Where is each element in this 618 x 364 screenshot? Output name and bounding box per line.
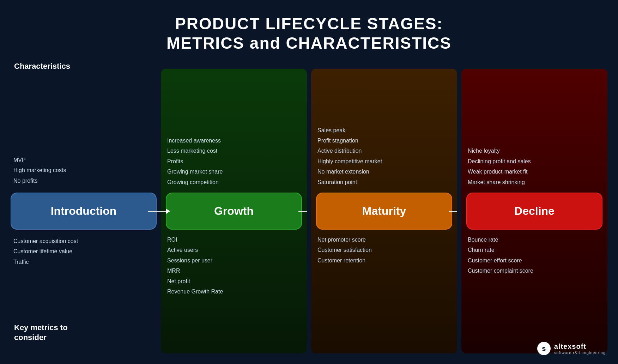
metric-item: Customer complaint score bbox=[468, 267, 601, 275]
metric-item: Active users bbox=[167, 246, 301, 254]
decline-metrics-area: Bounce rate Churn rate Customer effort s… bbox=[461, 230, 607, 353]
stage-box-decline: Decline bbox=[466, 193, 602, 230]
char-item: MVP bbox=[13, 156, 157, 164]
arrow-maturity-decline bbox=[449, 208, 457, 214]
metric-item: ROI bbox=[167, 236, 301, 244]
logo-name: altexsoft bbox=[554, 342, 606, 351]
char-item: Highly competitive market bbox=[317, 158, 451, 165]
char-item: Profit stagnation bbox=[317, 137, 451, 145]
char-item: No profits bbox=[13, 177, 157, 185]
stage-label-maturity: Maturity bbox=[362, 205, 406, 218]
metric-item: Net profit bbox=[167, 278, 301, 285]
char-item: Market share shrinking bbox=[468, 178, 601, 186]
logo-text: altexsoft software r&d engineering bbox=[554, 342, 606, 355]
char-item: No market extension bbox=[317, 168, 451, 176]
intro-char-area: MVP High marketing costs No profits bbox=[11, 69, 157, 193]
maturity-metrics-area: Net promoter score Customer satisfaction… bbox=[311, 230, 457, 353]
metric-item: MRR bbox=[167, 267, 301, 275]
title-section: PRODUCT LIFECYCLE STAGES: METRICS and CH… bbox=[0, 0, 618, 60]
growth-char-area: Increased awareness Less marketing cost … bbox=[161, 69, 307, 193]
arrow-introduction-growth bbox=[148, 208, 170, 214]
stage-box-maturity: Maturity bbox=[316, 193, 452, 230]
metric-item: Customer satisfaction bbox=[317, 246, 451, 254]
stage-column-growth: Increased awareness Less marketing cost … bbox=[161, 69, 307, 353]
char-item: Profits bbox=[167, 158, 301, 165]
stage-label-introduction: Introduction bbox=[51, 205, 117, 218]
metric-item: Customer retention bbox=[317, 257, 451, 265]
metric-item: Revenue Growth Rate bbox=[167, 288, 301, 296]
char-item: Declining profit and sales bbox=[468, 158, 601, 165]
logo-area: s altexsoft software r&d engineering bbox=[537, 342, 606, 355]
char-item: Sales peak bbox=[317, 127, 451, 134]
logo-subtitle: software r&d engineering bbox=[554, 351, 606, 355]
char-item: Saturation point bbox=[317, 178, 451, 186]
decline-char-area: Niche loyalty Declining profit and sales… bbox=[461, 69, 607, 193]
metric-item: Customer lifetime value bbox=[13, 248, 157, 255]
char-item: Active distribution bbox=[317, 147, 451, 155]
char-item: Increased awareness bbox=[167, 137, 301, 145]
metric-item: Sessions per user bbox=[167, 257, 301, 265]
stage-box-growth: Growth bbox=[166, 193, 302, 230]
metric-item: Customer effort score bbox=[468, 257, 601, 265]
metric-item: Customer acquisition cost bbox=[13, 237, 157, 245]
char-item: High marketing costs bbox=[13, 166, 157, 174]
metric-item: Net promoter score bbox=[317, 236, 451, 244]
metric-item: Bounce rate bbox=[468, 236, 601, 244]
logo-icon: s bbox=[537, 342, 551, 355]
stage-box-introduction: Introduction bbox=[11, 193, 157, 230]
arrow-growth-maturity bbox=[298, 208, 307, 214]
char-item: Less marketing cost bbox=[167, 147, 301, 155]
metric-item: Churn rate bbox=[468, 246, 601, 254]
metric-item: Traffic bbox=[13, 258, 157, 266]
stage-column-introduction: MVP High marketing costs No profits Intr… bbox=[11, 69, 157, 353]
title-line2: METRICS and CHARACTERISTICS bbox=[0, 34, 618, 53]
char-item: Growing market share bbox=[167, 168, 301, 176]
char-item: Weak product-market fit bbox=[468, 168, 601, 176]
growth-metrics-area: ROI Active users Sessions per user MRR N… bbox=[161, 230, 307, 353]
intro-metrics-area: Customer acquisition cost Customer lifet… bbox=[11, 230, 157, 353]
stage-column-decline: Niche loyalty Declining profit and sales… bbox=[461, 69, 607, 353]
stage-label-growth: Growth bbox=[214, 205, 254, 218]
char-item: Niche loyalty bbox=[468, 147, 601, 155]
stage-label-decline: Decline bbox=[514, 205, 555, 218]
stage-column-maturity: Sales peak Profit stagnation Active dist… bbox=[311, 69, 457, 353]
char-item: Growing competition bbox=[167, 178, 301, 186]
title-line1: PRODUCT LIFECYCLE STAGES: bbox=[0, 14, 618, 34]
maturity-char-area: Sales peak Profit stagnation Active dist… bbox=[311, 69, 457, 193]
